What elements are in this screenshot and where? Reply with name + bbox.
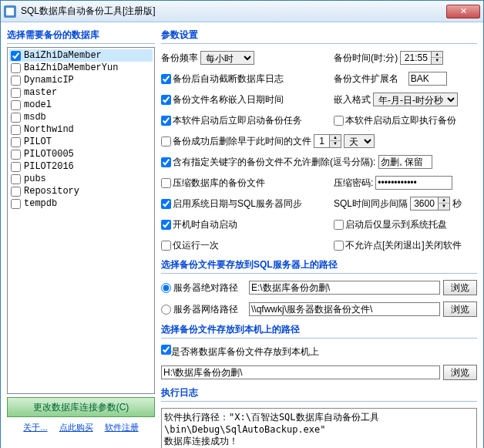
db-checkbox[interactable] [11,125,21,135]
footer-links: 关于... 点此购买 软件注册 [7,422,155,433]
embed-datetime-checkbox[interactable] [161,95,171,105]
db-checkbox[interactable] [11,63,21,73]
db-checkbox[interactable] [11,88,21,98]
list-item[interactable]: PILOT0005 [9,148,153,160]
db-checkbox[interactable] [11,76,21,86]
sync-interval-label: SQL时间同步间隔 [334,197,408,211]
embed-fmt-label: 嵌入格式 [334,93,371,106]
log-title: 执行日志 [161,386,477,402]
sync-interval-input[interactable] [410,197,438,211]
start-backup-checkbox[interactable] [161,116,171,126]
list-item[interactable]: pubs [9,173,153,185]
sync-time-checkbox[interactable] [161,199,171,209]
list-item[interactable]: Repository [9,185,153,197]
update-connection-button[interactable]: 更改数据库连接参数(C) [7,397,155,417]
sync-spinner[interactable]: ▲▼ [438,197,450,211]
db-checkbox[interactable] [11,51,21,61]
register-link[interactable]: 软件注册 [105,423,139,432]
embed-fmt-select[interactable]: 年-月-日-时分秒 [373,93,458,106]
local-path-input[interactable] [161,365,440,379]
db-checkbox[interactable] [11,137,21,147]
abs-path-radio[interactable] [161,283,171,293]
net-path-input[interactable] [249,302,440,316]
browse-local-button[interactable]: 浏览 [443,365,477,380]
buy-link[interactable]: 点此购买 [59,423,93,432]
close-icon[interactable]: ✕ [446,5,480,19]
time-input[interactable] [400,51,431,65]
db-list-title: 选择需要备份的数据库 [7,29,155,44]
log-output[interactable]: 软件执行路径："X:\百智达SQL数据库自动备份工具\bin\Debug\Sql… [161,408,477,448]
titlebar[interactable]: SQL数据库自动备份工具[注册版] ✕ [1,1,483,22]
browse-abs-button[interactable]: 浏览 [443,280,477,295]
db-checkbox[interactable] [11,113,21,123]
list-item[interactable]: PILOT [9,136,153,148]
compress-pwd-label: 压缩密码: [334,177,373,190]
list-item[interactable]: BaiZhiDaMember [9,49,153,62]
db-checkbox[interactable] [11,199,21,209]
database-list[interactable]: BaiZhiDaMemberBaiZhiDaMemberYunDynamicIP… [7,47,155,394]
compress-checkbox[interactable] [161,178,171,188]
list-item[interactable]: PILOT2016 [9,160,153,173]
app-icon [4,5,16,18]
params-title: 参数设置 [161,29,477,44]
net-path-radio[interactable] [161,305,171,315]
server-path-title: 选择备份文件要存放到SQL服务器上的路径 [161,258,477,274]
run-once-checkbox[interactable] [161,241,171,251]
delete-spinner[interactable]: ▲▼ [329,134,341,148]
list-item[interactable]: tempdb [9,197,153,210]
window-title: SQL数据库自动备份工具[注册版] [21,5,446,18]
db-checkbox[interactable] [11,150,21,160]
ext-label: 备份文件扩展名 [334,72,398,86]
db-checkbox[interactable] [11,100,21,110]
local-path-title: 选择备份文件存放到本机上的路径 [161,323,477,339]
db-checkbox[interactable] [11,187,21,197]
time-label: 备份时间(时:分) [334,52,398,65]
auto-truncate-checkbox[interactable] [161,74,171,84]
list-item[interactable]: msdb [9,111,153,123]
abs-path-input[interactable] [249,281,440,295]
freq-select[interactable]: 每小时 [200,51,254,65]
delete-count-input[interactable] [314,134,329,148]
start-exec-checkbox[interactable] [334,116,344,126]
freq-label: 备份频率 [161,52,198,65]
keyword-exclude-checkbox[interactable] [161,157,171,167]
compress-pwd-input[interactable] [375,176,452,190]
list-item[interactable]: DynamicIP [9,74,153,86]
local-enable-checkbox[interactable] [161,345,171,355]
tray-only-checkbox[interactable] [334,220,344,230]
ext-input[interactable] [408,72,447,86]
list-item[interactable]: master [9,86,153,99]
about-link[interactable]: 关于... [23,423,47,432]
no-close-checkbox[interactable] [334,241,344,251]
db-checkbox[interactable] [11,174,21,184]
browse-net-button[interactable]: 浏览 [443,301,477,317]
main-window: SQL数据库自动备份工具[注册版] ✕ 选择需要备份的数据库 BaiZhiDaM… [0,0,484,448]
time-spinner[interactable]: ▲▼ [431,51,443,65]
list-item[interactable]: BaiZhiDaMemberYun [9,62,153,74]
list-item[interactable]: Northwind [9,123,153,136]
delete-before-checkbox[interactable] [161,136,171,147]
list-item[interactable]: model [9,99,153,111]
delete-unit-select[interactable]: 天 [344,134,375,148]
autostart-checkbox[interactable] [161,220,171,230]
keyword-input[interactable] [378,155,432,169]
db-checkbox[interactable] [11,162,21,172]
